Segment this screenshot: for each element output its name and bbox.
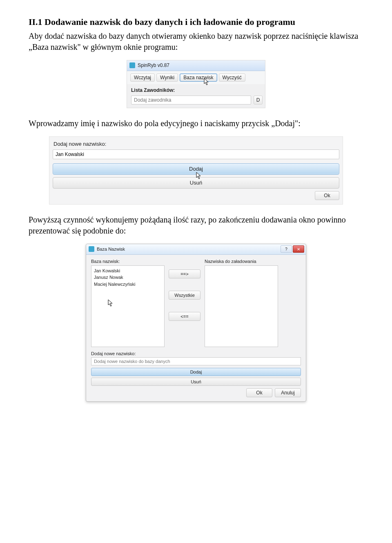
screenshot-spinryb-toolbar: SpinRyb v0.87 Wczytaj Wyniki Baza nazwis… <box>127 60 265 108</box>
baza-nazwisk-header: Baza nazwisk: <box>91 259 165 264</box>
paragraph-2: Wprowadzamy imię i nazwisko do pola edyc… <box>29 118 363 129</box>
dodaj-zawodnika-button-stub[interactable]: D <box>254 96 263 105</box>
dodaj-button[interactable]: Dodaj <box>91 368 301 376</box>
usun-button[interactable]: Usuń <box>53 177 339 189</box>
dialog-titlebar: Baza Nazwisk ? ✕ <box>86 244 306 255</box>
nazwisko-input[interactable] <box>53 149 339 159</box>
dodaj-zawodnika-input[interactable] <box>131 96 251 105</box>
wczytaj-button[interactable]: Wczytaj <box>130 73 155 82</box>
move-left-button[interactable]: <== <box>169 312 200 321</box>
move-all-button[interactable]: Wszystkie <box>169 291 200 300</box>
section-heading: II.1 Dodawanie nazwisk do bazy danych i … <box>29 16 363 28</box>
app-icon <box>89 246 94 252</box>
list-item[interactable]: Jan Kowalski <box>94 267 162 274</box>
paragraph-1: Aby dodać nazwiska do bazy danych otwier… <box>29 31 363 53</box>
screenshot-baza-nazwisk-dialog: Baza Nazwisk ? ✕ Baza nazwisk: Jan Kowal… <box>86 244 306 402</box>
paragraph-3: Powyższą czynność wykonujemy pożądaną il… <box>29 214 363 236</box>
wyczysc-button[interactable]: Wyczyść <box>219 73 245 82</box>
dodaj-nazwisko-input[interactable] <box>91 357 301 365</box>
lista-zawodnikow-label: Lista Zawodników: <box>127 84 265 95</box>
ok-button[interactable]: Ok <box>315 191 339 200</box>
close-button[interactable]: ✕ <box>293 245 304 253</box>
dodaj-button-label: Dodaj <box>189 166 203 172</box>
dodaj-button[interactable]: Dodaj <box>53 163 339 175</box>
usun-button[interactable]: Usuń <box>91 378 301 386</box>
ok-button[interactable]: Ok <box>246 388 272 397</box>
help-button[interactable]: ? <box>281 245 292 253</box>
dodaj-nazwisko-label: Dodaj nowe nazwisko: <box>91 351 301 356</box>
anuluj-button[interactable]: Anuluj <box>275 388 301 397</box>
list-item[interactable]: Janusz Nowak <box>94 274 162 281</box>
window-titlebar: SpinRyb v0.87 <box>127 60 265 71</box>
list-item[interactable]: Maciej Nalewczyński <box>94 281 162 288</box>
baza-nazwisk-label: Baza nazwisk <box>183 75 213 80</box>
move-right-button[interactable]: ==> <box>169 269 200 278</box>
wyniki-button[interactable]: Wyniki <box>156 73 178 82</box>
dodaj-nazwisko-label: Dodaj nowe nazwisko: <box>53 139 339 149</box>
app-icon <box>129 62 135 68</box>
cursor-icon <box>108 299 114 309</box>
baza-nazwisk-listbox[interactable]: Jan Kowalski Janusz Nowak Maciej Nalewcz… <box>91 265 165 347</box>
do-zaladowania-header: Nazwiska do załadowania <box>205 259 278 264</box>
do-zaladowania-listbox[interactable] <box>205 265 278 347</box>
screenshot-dodaj-panel: Dodaj nowe nazwisko: Dodaj Usuń Ok <box>49 136 343 205</box>
toolbar: Wczytaj Wyniki Baza nazwisk Wyczyść <box>127 71 265 84</box>
app-title: SpinRyb v0.87 <box>138 62 169 68</box>
dialog-title: Baza Nazwisk <box>97 247 125 251</box>
baza-nazwisk-button[interactable]: Baza nazwisk <box>180 73 217 82</box>
